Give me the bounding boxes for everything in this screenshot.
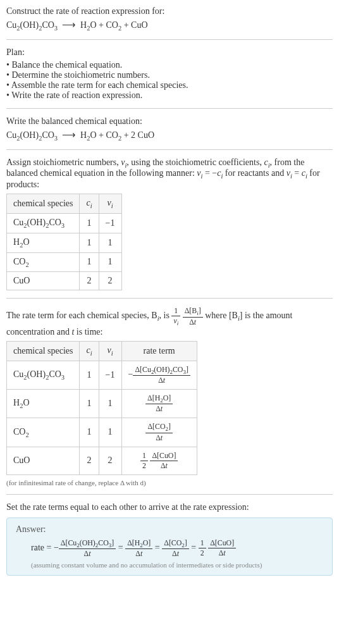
species-cell: Cu2(OH)2CO3 xyxy=(7,361,80,389)
v-cell: 2 xyxy=(99,272,121,290)
v-cell: 1 xyxy=(99,389,121,418)
c-cell: 1 xyxy=(80,418,99,447)
plan-item: Write the rate of reaction expression. xyxy=(6,90,333,101)
final-heading: Set the rate terms equal to each other t… xyxy=(6,502,333,512)
stoich-section: Assign stoichiometric numbers, νi, using… xyxy=(6,158,333,190)
plan-item: Balance the chemical equation. xyxy=(6,60,333,70)
plan-heading: Plan: xyxy=(6,47,333,58)
stoich-table: chemical species ci νi Cu2(OH)2CO3 1 −1 … xyxy=(6,194,122,290)
v-cell: 1 xyxy=(99,418,121,447)
c-cell: 2 xyxy=(80,447,99,474)
rateterm-text: The rate term for each chemical species,… xyxy=(6,311,157,321)
table-header: rate term xyxy=(121,341,197,361)
table-row: CO2 1 1 xyxy=(7,252,122,272)
fraction: Δ[Bi]Δt xyxy=(183,306,203,326)
rate-cell: Δ[CO2]Δt xyxy=(121,418,197,447)
answer-note: (assuming constant volume and no accumul… xyxy=(31,561,323,569)
arrow-icon: ⟶ xyxy=(62,129,76,140)
c-cell: 2 xyxy=(80,272,99,290)
divider xyxy=(6,39,333,40)
balanced-equation: Cu2(OH)2CO3 ⟶ H2O + CO2 + 2 CuO xyxy=(6,129,333,142)
arrow-icon: ⟶ xyxy=(62,19,76,30)
table-header: ci xyxy=(80,194,99,214)
c-cell: 1 xyxy=(80,389,99,418)
unbalanced-equation: Cu2(OH)2CO3 ⟶ H2O + CO2 + CuO xyxy=(6,19,333,32)
rate-expression: rate = −Δ[Cu2(OH)2CO3]Δt = Δ[H2O]Δt = Δ[… xyxy=(31,538,323,559)
table-row: CuO 2 2 12 Δ[CuO]Δt xyxy=(7,447,197,474)
table-row: CO2 1 1 Δ[CO2]Δt xyxy=(7,418,197,447)
v-cell: −1 xyxy=(99,213,121,233)
v-cell: 1 xyxy=(99,233,121,252)
intro-section: Construct the rate of reaction expressio… xyxy=(6,6,333,32)
c-cell: 1 xyxy=(80,361,99,389)
intro-prompt: Construct the rate of reaction expressio… xyxy=(6,6,333,16)
answer-box: Answer: rate = −Δ[Cu2(OH)2CO3]Δt = Δ[H2O… xyxy=(6,517,333,576)
rate-cell: −Δ[Cu2(OH)2CO3]Δt xyxy=(121,361,197,389)
stoich-text: , using the stoichiometric coefficients, xyxy=(126,158,264,167)
v-cell: 2 xyxy=(99,447,121,474)
table-header: ci xyxy=(80,341,99,361)
rate-cell: 12 Δ[CuO]Δt xyxy=(121,447,197,474)
table-row: CuO 2 2 xyxy=(7,272,122,290)
c-cell: 1 xyxy=(80,252,99,272)
plan-section: Plan: Balance the chemical equation. Det… xyxy=(6,47,333,101)
species-cell: CuO xyxy=(7,272,80,290)
v-cell: 1 xyxy=(99,252,121,272)
table-row: H2O 1 1 Δ[H2O]Δt xyxy=(7,389,197,418)
table-header: chemical species xyxy=(7,194,80,214)
rate-cell: Δ[H2O]Δt xyxy=(121,389,197,418)
divider xyxy=(6,494,333,495)
rateterm-section: The rate term for each chemical species,… xyxy=(6,306,333,337)
species-cell: CO2 xyxy=(7,252,80,272)
species-cell: CO2 xyxy=(7,418,80,447)
table-header-row: chemical species ci νi rate term xyxy=(7,341,197,361)
plan-list: Balance the chemical equation. Determine… xyxy=(6,60,333,101)
plan-item: Assemble the rate term for each chemical… xyxy=(6,80,333,90)
species-cell: H2O xyxy=(7,233,80,252)
stoich-text: for reactants and xyxy=(223,168,286,178)
table-row: H2O 1 1 xyxy=(7,233,122,252)
balanced-section: Write the balanced chemical equation: Cu… xyxy=(6,116,333,142)
species-cell: H2O xyxy=(7,389,80,418)
species-cell: CuO xyxy=(7,447,80,474)
rateterm-table: chemical species ci νi rate term Cu2(OH)… xyxy=(6,341,197,475)
rateterm-text: is time: xyxy=(74,327,102,337)
divider xyxy=(6,298,333,299)
divider xyxy=(6,149,333,150)
rateterm-text: , is xyxy=(159,311,172,321)
species-cell: Cu2(OH)2CO3 xyxy=(7,213,80,233)
answer-label: Answer: xyxy=(16,524,323,535)
divider xyxy=(6,108,333,109)
c-cell: 1 xyxy=(80,213,99,233)
plan-item: Determine the stoichiometric numbers. xyxy=(6,70,333,80)
infinitesimal-note: (for infinitesimal rate of change, repla… xyxy=(6,479,333,486)
table-header: chemical species xyxy=(7,341,80,361)
table-row: Cu2(OH)2CO3 1 −1 −Δ[Cu2(OH)2CO3]Δt xyxy=(7,361,197,389)
v-cell: −1 xyxy=(99,361,121,389)
table-row: Cu2(OH)2CO3 1 −1 xyxy=(7,213,122,233)
stoich-text: Assign stoichiometric numbers, xyxy=(6,158,121,167)
fraction: 1νi xyxy=(171,306,180,326)
table-header: νi xyxy=(99,341,121,361)
balanced-heading: Write the balanced chemical equation: xyxy=(6,116,333,127)
c-cell: 1 xyxy=(80,233,99,252)
table-header: νi xyxy=(99,194,121,214)
rateterm-text: where [B xyxy=(205,311,238,321)
table-header-row: chemical species ci νi xyxy=(7,194,122,214)
